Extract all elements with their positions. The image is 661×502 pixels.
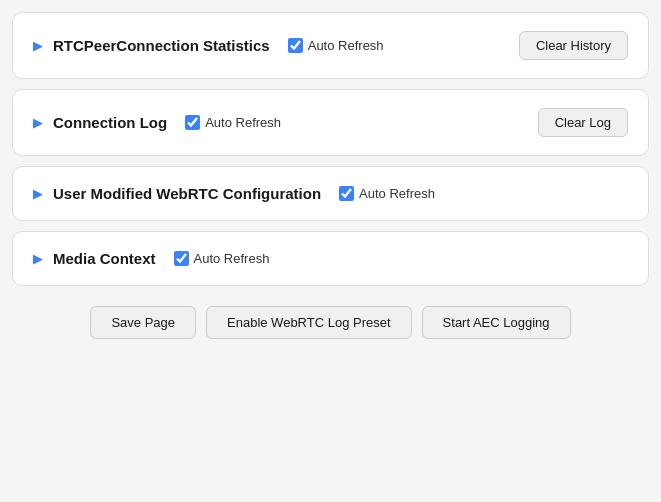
- expand-arrow-connection-log[interactable]: ▶: [33, 115, 43, 130]
- auto-refresh-container-connection-log: Auto Refresh: [185, 115, 281, 130]
- section-title-media-context: Media Context: [53, 250, 156, 267]
- auto-refresh-checkbox-rtc-peer[interactable]: [288, 38, 303, 53]
- section-card-rtc-peer: ▶RTCPeerConnection StatisticsAuto Refres…: [12, 12, 649, 79]
- expand-arrow-rtc-peer[interactable]: ▶: [33, 38, 43, 53]
- auto-refresh-label-connection-log: Auto Refresh: [205, 115, 281, 130]
- section-title-rtc-peer: RTCPeerConnection Statistics: [53, 37, 270, 54]
- auto-refresh-checkbox-media-context[interactable]: [174, 251, 189, 266]
- auto-refresh-label-rtc-peer: Auto Refresh: [308, 38, 384, 53]
- auto-refresh-checkbox-webrtc-config[interactable]: [339, 186, 354, 201]
- action-button-rtc-peer[interactable]: Clear History: [519, 31, 628, 60]
- expand-arrow-webrtc-config[interactable]: ▶: [33, 186, 43, 201]
- auto-refresh-label-media-context: Auto Refresh: [194, 251, 270, 266]
- auto-refresh-container-rtc-peer: Auto Refresh: [288, 38, 384, 53]
- auto-refresh-checkbox-connection-log[interactable]: [185, 115, 200, 130]
- auto-refresh-container-media-context: Auto Refresh: [174, 251, 270, 266]
- section-card-connection-log: ▶Connection LogAuto RefreshClear Log: [12, 89, 649, 156]
- start-aec-button[interactable]: Start AEC Logging: [422, 306, 571, 339]
- auto-refresh-container-webrtc-config: Auto Refresh: [339, 186, 435, 201]
- expand-arrow-media-context[interactable]: ▶: [33, 251, 43, 266]
- enable-webrtc-log-button[interactable]: Enable WebRTC Log Preset: [206, 306, 412, 339]
- section-title-webrtc-config: User Modified WebRTC Configuration: [53, 185, 321, 202]
- bottom-bar: Save Page Enable WebRTC Log Preset Start…: [12, 296, 649, 343]
- section-card-media-context: ▶Media ContextAuto Refresh: [12, 231, 649, 286]
- action-button-connection-log[interactable]: Clear Log: [538, 108, 628, 137]
- section-card-webrtc-config: ▶User Modified WebRTC ConfigurationAuto …: [12, 166, 649, 221]
- auto-refresh-label-webrtc-config: Auto Refresh: [359, 186, 435, 201]
- section-title-connection-log: Connection Log: [53, 114, 167, 131]
- save-page-button[interactable]: Save Page: [90, 306, 196, 339]
